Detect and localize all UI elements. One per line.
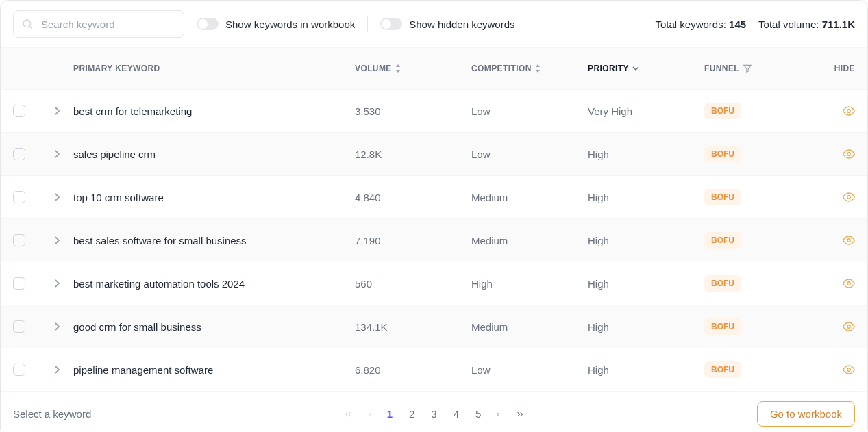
hide-button[interactable]	[814, 105, 855, 117]
hide-button[interactable]	[814, 364, 855, 376]
table-row: sales pipeline crm12.8KLowHighBOFU	[1, 133, 867, 176]
funnel-badge: BOFU	[704, 146, 741, 162]
toggle-workbook-group: Show keywords in workbook	[197, 18, 355, 30]
hide-button[interactable]	[814, 148, 855, 160]
funnel-cell: BOFU	[704, 232, 814, 249]
row-expand[interactable]	[40, 366, 73, 374]
competition-cell: Medium	[471, 321, 588, 333]
row-checkbox[interactable]	[13, 105, 25, 117]
eye-icon	[843, 364, 855, 376]
chevron-right-icon	[54, 322, 60, 331]
page-last[interactable]	[515, 409, 525, 419]
row-checkbox[interactable]	[13, 320, 25, 333]
funnel-badge: BOFU	[704, 232, 741, 249]
col-funnel[interactable]: FUNNEL	[704, 64, 814, 73]
search-input[interactable]	[13, 10, 184, 38]
page-first[interactable]	[343, 409, 353, 419]
hide-button[interactable]	[814, 277, 855, 290]
priority-cell: High	[588, 364, 704, 376]
keyword-cell: best marketing automation tools 2024	[73, 278, 355, 290]
hide-button[interactable]	[814, 191, 855, 203]
page-number[interactable]: 4	[454, 408, 459, 420]
go-to-workbook-button[interactable]: Go to workbook	[757, 401, 855, 427]
svg-point-4	[847, 196, 851, 199]
toggle-workbook-label: Show keywords in workbook	[225, 18, 355, 30]
row-checkbox[interactable]	[13, 234, 25, 246]
filter-icon	[743, 64, 752, 73]
toolbar: Show keywords in workbook Show hidden ke…	[1, 1, 867, 47]
volume-cell: 6,820	[355, 364, 471, 376]
toggle-hidden[interactable]	[380, 18, 402, 30]
row-checkbox[interactable]	[13, 364, 25, 376]
volume-cell: 12.8K	[355, 149, 471, 160]
chevron-right-icon	[54, 366, 60, 374]
row-expand[interactable]	[40, 107, 73, 115]
table-row: best sales software for small business7,…	[1, 219, 867, 262]
col-competition[interactable]: COMPETITION	[471, 64, 588, 73]
page-prev[interactable]	[367, 409, 373, 419]
priority-cell: Very High	[588, 105, 704, 117]
eye-icon	[843, 191, 855, 203]
priority-cell: High	[588, 149, 704, 160]
page-number[interactable]: 2	[409, 408, 414, 420]
eye-icon	[843, 320, 855, 333]
funnel-badge: BOFU	[704, 189, 741, 205]
competition-cell: High	[471, 278, 588, 290]
toggle-hidden-group: Show hidden keywords	[380, 18, 514, 30]
funnel-cell: BOFU	[704, 189, 814, 205]
priority-cell: High	[588, 278, 704, 290]
col-priority[interactable]: PRIORITY	[588, 64, 704, 73]
priority-cell: High	[588, 321, 704, 333]
pagination: 12345	[343, 408, 525, 420]
priority-cell: High	[588, 192, 704, 203]
table-row: good crm for small business134.1KMediumH…	[1, 305, 867, 348]
keyword-cell: good crm for small business	[73, 321, 355, 333]
svg-line-1	[29, 26, 32, 28]
search-wrap	[13, 10, 184, 38]
competition-cell: Medium	[471, 192, 588, 203]
funnel-cell: BOFU	[704, 275, 814, 292]
divider	[367, 16, 368, 32]
page-number[interactable]: 1	[387, 408, 393, 420]
svg-point-8	[847, 368, 851, 372]
row-checkbox[interactable]	[13, 277, 25, 290]
row-expand[interactable]	[40, 322, 73, 331]
totals: Total keywords: 145 Total volume: 711.1K	[656, 18, 856, 30]
table-header: PRIMARY KEYWORD VOLUME COMPETITION PRIOR…	[1, 47, 867, 90]
table-row: pipeline management software6,820LowHigh…	[1, 348, 867, 392]
chevron-right-icon	[54, 279, 60, 288]
funnel-cell: BOFU	[704, 318, 814, 335]
funnel-cell: BOFU	[704, 146, 814, 162]
row-checkbox[interactable]	[13, 191, 25, 203]
svg-point-0	[23, 20, 31, 27]
priority-cell: High	[588, 235, 704, 246]
row-expand[interactable]	[40, 193, 73, 201]
sort-icon	[395, 64, 401, 73]
hide-button[interactable]	[814, 234, 855, 246]
page-next[interactable]	[495, 409, 501, 419]
competition-cell: Low	[471, 364, 588, 376]
volume-cell: 7,190	[355, 235, 471, 246]
keyword-cell: best sales software for small business	[73, 235, 355, 246]
row-expand[interactable]	[40, 236, 73, 244]
row-expand[interactable]	[40, 279, 73, 288]
table-row: best crm for telemarketing3,530LowVery H…	[1, 90, 867, 133]
table-row: best marketing automation tools 2024560H…	[1, 262, 867, 305]
col-volume[interactable]: VOLUME	[355, 64, 471, 73]
col-primary-keyword[interactable]: PRIMARY KEYWORD	[73, 64, 355, 73]
toggle-workbook[interactable]	[197, 18, 219, 30]
total-keywords: Total keywords: 145	[656, 18, 747, 30]
competition-cell: Low	[471, 149, 588, 160]
eye-icon	[843, 234, 855, 246]
hide-button[interactable]	[814, 320, 855, 333]
row-checkbox[interactable]	[13, 148, 25, 160]
chevron-right-icon	[54, 107, 60, 115]
chevron-right-icon	[54, 150, 60, 158]
row-expand[interactable]	[40, 150, 73, 158]
volume-cell: 3,530	[355, 105, 471, 117]
keyword-panel: Show keywords in workbook Show hidden ke…	[0, 0, 868, 432]
table-row: top 10 crm software4,840MediumHighBOFU	[1, 176, 867, 219]
page-number[interactable]: 5	[475, 408, 481, 420]
funnel-badge: BOFU	[704, 275, 741, 292]
page-number[interactable]: 3	[431, 408, 436, 420]
